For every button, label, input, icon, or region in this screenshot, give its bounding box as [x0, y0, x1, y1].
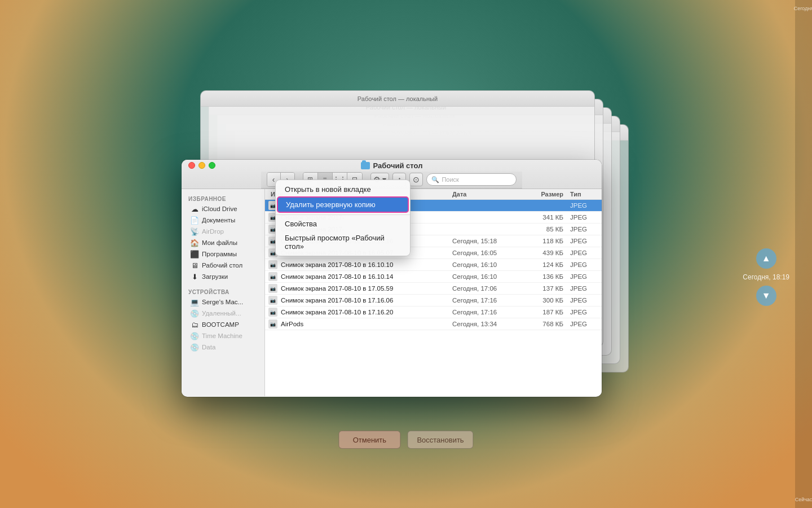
airdrop-label: AirDrop — [202, 228, 224, 235]
file-date: Сегодня, 16:10 — [452, 273, 526, 280]
ctx-quicklook[interactable]: Быстрый просмотр «Рабочий стол» — [276, 231, 410, 253]
ctx-open-in-tab-label: Открыть в новой вкладке — [285, 185, 371, 194]
file-row[interactable]: 📷AirPodsСегодня, 13:34768 КБJPEG — [265, 318, 602, 330]
file-type: JPEG — [568, 214, 602, 221]
timeline-now: Сейчас — [795, 497, 812, 502]
file-name: Снимок экрана 2017-08-10 в 17.05.59 — [281, 285, 452, 292]
file-type-icon: 📷 — [268, 272, 277, 281]
file-size: 118 КБ — [526, 238, 568, 244]
ctx-delete-backup-label: Удалить резервную копию — [286, 200, 376, 209]
restore-button[interactable]: Восстановить — [407, 431, 473, 449]
file-type-icon: 📷 — [268, 308, 277, 317]
file-size: 137 КБ — [526, 285, 568, 292]
finder-sidebar: Избранное ☁ iCloud Drive 📄 Документы 📡 A… — [182, 189, 265, 396]
file-name: Снимок экрана 2017-08-10 в 16.10.10 — [281, 261, 452, 268]
programs-icon: ⬛ — [191, 250, 198, 258]
file-date: Сегодня, 16:10 — [452, 261, 526, 268]
ctx-separator — [276, 214, 410, 215]
timemachine-label: Time Machine — [202, 332, 242, 339]
sidebar-item-timemachine[interactable]: 💿 Time Machine — [184, 330, 262, 341]
timeline: Сегодня Сейчас — [795, 0, 812, 508]
tag-button[interactable]: ⊙ — [409, 173, 423, 186]
tm-nav-up[interactable]: ▲ — [756, 248, 776, 269]
file-size: 439 КБ — [526, 249, 568, 256]
file-row[interactable]: 📷Снимок экрана 2017-08-10 в 16.10.10Сего… — [265, 259, 602, 271]
minimize-button[interactable] — [198, 162, 205, 169]
file-row[interactable]: 📷Снимок экрана 2017-08-10 в 17.05.59Сего… — [265, 283, 602, 295]
sidebar-item-remote[interactable]: 💿 Удаленный... — [184, 308, 262, 319]
downloads-icon: ⬇ — [191, 273, 198, 281]
search-icon: 🔍 — [431, 176, 439, 183]
header-date[interactable]: Дата — [452, 191, 526, 198]
desktop-icon: 🖥 — [191, 261, 198, 269]
cancel-button[interactable]: Отменить — [338, 431, 400, 449]
sidebar-item-documents[interactable]: 📄 Документы — [184, 214, 262, 226]
header-size[interactable]: Размер — [526, 191, 568, 198]
file-type: JPEG — [568, 249, 602, 256]
file-type: JPEG — [568, 202, 602, 209]
ctx-properties[interactable]: Свойства — [276, 217, 410, 231]
file-size: 124 КБ — [526, 261, 568, 268]
file-size: 136 КБ — [526, 273, 568, 280]
file-type: JPEG — [568, 309, 602, 316]
file-date: Сегодня, 13:34 — [452, 321, 526, 327]
file-date: Сегодня, 17:16 — [452, 309, 526, 316]
favorites-header: Избранное — [182, 194, 264, 203]
sidebar-item-myfiles[interactable]: 🏠 Мои файлы — [184, 237, 262, 248]
ctx-delete-backup[interactable]: Удалить резервную копию — [277, 196, 409, 213]
file-date: Сегодня, 15:18 — [452, 238, 526, 244]
tm-nav-down[interactable]: ▼ — [756, 286, 776, 306]
bottom-buttons: Отменить Восстановить — [338, 431, 473, 449]
file-type: JPEG — [568, 226, 602, 233]
remote-label: Удаленный... — [202, 310, 241, 317]
file-size: 85 КБ — [526, 226, 568, 233]
window-buttons — [188, 162, 215, 169]
file-date: Сегодня, 16:05 — [452, 249, 526, 256]
sidebar-item-downloads[interactable]: ⬇ Загрузки — [184, 271, 262, 282]
sidebar-item-desktop[interactable]: 🖥 Рабочий стол — [184, 260, 262, 271]
close-button[interactable] — [188, 162, 195, 169]
file-date: Сегодня, 17:16 — [452, 297, 526, 304]
myfiles-icon: 🏠 — [191, 239, 198, 247]
file-row[interactable]: 📷Снимок экрана 2017-08-10 в 17.16.20Сего… — [265, 306, 602, 318]
file-type-icon: 📷 — [268, 284, 277, 293]
file-type: JPEG — [568, 321, 602, 327]
search-bar[interactable]: 🔍 Поиск — [426, 173, 517, 186]
sidebar-item-bootcamp[interactable]: 🗂 BOOTCAMP — [184, 319, 262, 330]
header-type[interactable]: Тип — [568, 191, 602, 198]
programs-label: Программы — [202, 251, 237, 257]
mac-label: Serge's Mac... — [202, 299, 243, 305]
tm-current-time: Сегодня, 18:19 — [743, 273, 789, 281]
bootcamp-label: BOOTCAMP — [202, 321, 239, 328]
file-type: JPEG — [568, 273, 602, 280]
file-date: Сегодня, 17:06 — [452, 285, 526, 292]
remote-icon: 💿 — [191, 309, 198, 317]
titlebar-top: Рабочий стол — [182, 160, 602, 172]
maximize-button[interactable] — [209, 162, 215, 169]
sidebar-item-icloud[interactable]: ☁ iCloud Drive — [184, 203, 262, 214]
file-row[interactable]: 📷Снимок экрана 2017-08-10 в 17.16.06Сего… — [265, 295, 602, 306]
file-size: 300 КБ — [526, 297, 568, 304]
sidebar-item-mac[interactable]: 💻 Serge's Mac... — [184, 296, 262, 308]
file-row[interactable]: 📷Снимок экрана 2017-08-10 в 16.10.14Сего… — [265, 271, 602, 283]
sidebar-item-programs[interactable]: ⬛ Программы — [184, 248, 262, 260]
sidebar-item-data[interactable]: 💿 Data — [184, 341, 262, 353]
file-type-icon: 📷 — [268, 319, 277, 329]
window-title: Рабочий стол — [361, 161, 423, 170]
sidebar-item-airdrop[interactable]: 📡 AirDrop — [184, 226, 262, 237]
context-menu: Открыть в новой вкладке Удалить резервну… — [275, 179, 411, 256]
bootcamp-icon: 🗂 — [191, 321, 198, 329]
documents-icon: 📄 — [191, 216, 198, 224]
file-type: JPEG — [568, 285, 602, 292]
file-icon-cell: 📷 — [265, 260, 281, 269]
file-icon-cell: 📷 — [265, 284, 281, 293]
myfiles-label: Мои файлы — [202, 239, 237, 246]
downloads-label: Загрузки — [202, 273, 228, 280]
file-name: Снимок экрана 2017-08-10 в 17.16.20 — [281, 309, 452, 316]
file-type: JPEG — [568, 297, 602, 304]
ctx-open-in-tab[interactable]: Открыть в новой вкладке — [276, 182, 410, 196]
stack-title-5: Рабочий стол — локальный — [358, 95, 438, 102]
file-size: 768 КБ — [526, 321, 568, 327]
documents-label: Документы — [202, 217, 235, 224]
desktop-label: Рабочий стол — [202, 262, 242, 269]
